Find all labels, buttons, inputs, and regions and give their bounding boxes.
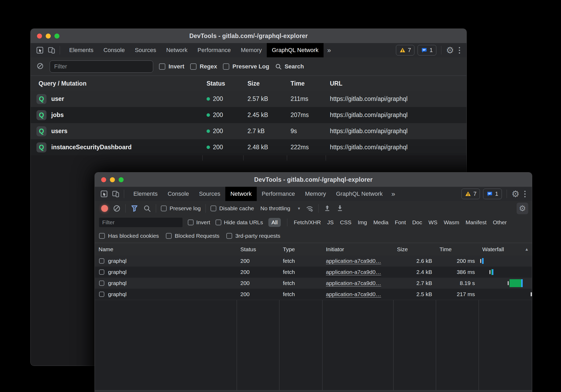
clear-icon[interactable] bbox=[36, 62, 44, 71]
header-type[interactable]: Type bbox=[283, 243, 295, 256]
record-button[interactable] bbox=[101, 205, 108, 212]
row-checkbox[interactable] bbox=[99, 281, 104, 286]
checkbox[interactable] bbox=[166, 233, 172, 239]
header-name[interactable]: Name bbox=[99, 243, 113, 256]
header-query-mutation[interactable]: Query / Mutation bbox=[39, 76, 86, 91]
throttling-dropdown[interactable]: No throttling ▼ bbox=[259, 205, 301, 212]
tab-performance[interactable]: Performance bbox=[193, 43, 236, 57]
tab-network[interactable]: Network bbox=[161, 43, 193, 57]
tab-elements[interactable]: Elements bbox=[64, 43, 99, 57]
checkbox[interactable] bbox=[159, 63, 165, 70]
request-name[interactable]: graphql bbox=[108, 255, 127, 267]
more-tabs-icon[interactable]: » bbox=[324, 43, 335, 57]
checkbox[interactable] bbox=[223, 63, 229, 70]
initiator-link[interactable]: application-a7ca9d0… bbox=[326, 258, 381, 264]
filter-chip-other[interactable]: Other bbox=[493, 219, 507, 226]
tab-graphql-network[interactable]: GraphQL Network bbox=[267, 43, 323, 57]
filter-chip-manifest[interactable]: Manifest bbox=[466, 219, 487, 226]
titlebar[interactable]: DevTools - gitlab.com/-/graphql-explorer bbox=[95, 172, 532, 187]
filter-funnel-icon[interactable] bbox=[130, 204, 138, 212]
filter-chip-ws[interactable]: WS bbox=[428, 219, 437, 226]
invert-checkbox[interactable]: Invert bbox=[188, 219, 210, 226]
row-checkbox[interactable] bbox=[99, 292, 104, 297]
checkbox[interactable] bbox=[188, 220, 194, 225]
tab-elements[interactable]: Elements bbox=[128, 187, 163, 201]
request-name[interactable]: user bbox=[51, 91, 64, 107]
disable-cache-checkbox[interactable]: Disable cache bbox=[211, 205, 254, 212]
blocked-requests-checkbox[interactable]: Blocked Requests bbox=[166, 233, 219, 239]
header-status[interactable]: Status bbox=[240, 243, 256, 256]
header-status[interactable]: Status bbox=[207, 76, 225, 91]
initiator-link[interactable]: application-a7ca9d0… bbox=[326, 291, 381, 297]
checkbox[interactable] bbox=[211, 206, 216, 211]
request-name[interactable]: users bbox=[51, 123, 67, 139]
filter-chip-css[interactable]: CSS bbox=[340, 219, 351, 226]
table-row[interactable]: graphql 200 fetch application-a7ca9d0… 2… bbox=[95, 289, 532, 300]
device-toolbar-icon[interactable] bbox=[46, 45, 57, 55]
table-row[interactable]: Q user 200 2.57 kB 211ms https://gitlab.… bbox=[31, 91, 466, 107]
regex-checkbox[interactable]: Regex bbox=[190, 63, 217, 70]
initiator-link[interactable]: application-a7ca9d0… bbox=[326, 280, 381, 286]
warnings-badge[interactable]: 7 bbox=[461, 189, 480, 199]
minimize-button[interactable] bbox=[46, 34, 51, 39]
network-conditions-icon[interactable] bbox=[306, 204, 314, 212]
filter-chip-js[interactable]: JS bbox=[327, 219, 334, 226]
table-row[interactable]: graphql 200 fetch application-a7ca9d0… 2… bbox=[95, 267, 532, 278]
kebab-menu-icon[interactable] bbox=[523, 191, 527, 197]
inspect-element-icon[interactable] bbox=[99, 189, 109, 199]
has-blocked-cookies-checkbox[interactable]: Has blocked cookies bbox=[99, 233, 159, 239]
settings-gear-icon[interactable]: ⚙ bbox=[446, 46, 454, 55]
row-checkbox[interactable] bbox=[99, 258, 104, 264]
filter-chip-img[interactable]: Img bbox=[358, 219, 367, 226]
hide-data-urls-checkbox[interactable]: Hide data URLs bbox=[216, 219, 263, 226]
import-har-icon[interactable] bbox=[323, 204, 331, 212]
waterfall-bar[interactable] bbox=[479, 267, 532, 278]
table-row[interactable]: Q jobs 200 2.45 kB 207ms https://gitlab.… bbox=[31, 107, 466, 123]
row-checkbox[interactable] bbox=[99, 269, 104, 275]
device-toolbar-icon[interactable] bbox=[111, 189, 121, 199]
network-settings-gear-icon[interactable]: ⚙ bbox=[517, 203, 528, 214]
minimize-button[interactable] bbox=[110, 177, 115, 182]
filter-chip-doc[interactable]: Doc bbox=[412, 219, 422, 226]
header-waterfall[interactable]: Waterfall bbox=[482, 243, 504, 256]
request-name[interactable]: instanceSecurityDashboard bbox=[51, 139, 132, 155]
table-row[interactable]: graphql 200 fetch application-a7ca9d0… 2… bbox=[95, 255, 532, 267]
request-name[interactable]: graphql bbox=[108, 289, 127, 300]
preserve-log-checkbox[interactable]: Preserve Log bbox=[223, 63, 269, 70]
more-tabs-icon[interactable]: » bbox=[388, 187, 399, 201]
inspect-element-icon[interactable] bbox=[35, 45, 45, 55]
close-button[interactable] bbox=[37, 34, 42, 39]
tab-sources[interactable]: Sources bbox=[194, 187, 225, 201]
tab-performance[interactable]: Performance bbox=[257, 187, 300, 201]
initiator-link[interactable]: application-a7ca9d0… bbox=[326, 269, 381, 275]
request-name[interactable]: graphql bbox=[108, 267, 127, 278]
header-url[interactable]: URL bbox=[330, 76, 342, 91]
checkbox[interactable] bbox=[190, 63, 197, 70]
checkbox[interactable] bbox=[226, 233, 232, 239]
table-row[interactable]: graphql 200 fetch application-a7ca9d0… 2… bbox=[95, 278, 532, 289]
close-button[interactable] bbox=[101, 177, 106, 182]
invert-checkbox[interactable]: Invert bbox=[159, 63, 184, 70]
preserve-log-checkbox[interactable]: Preserve log bbox=[161, 205, 201, 212]
header-time[interactable]: Time bbox=[440, 243, 452, 256]
settings-gear-icon[interactable]: ⚙ bbox=[512, 189, 520, 198]
search-icon[interactable] bbox=[143, 204, 151, 212]
tab-console[interactable]: Console bbox=[163, 187, 194, 201]
header-size[interactable]: Size bbox=[397, 243, 408, 256]
header-size[interactable]: Size bbox=[247, 76, 260, 91]
messages-badge[interactable]: 1 bbox=[418, 45, 436, 55]
filter-input[interactable] bbox=[50, 60, 153, 73]
filter-chip-font[interactable]: Font bbox=[395, 219, 406, 226]
tab-sources[interactable]: Sources bbox=[130, 43, 161, 57]
checkbox[interactable] bbox=[99, 233, 105, 239]
request-name[interactable]: graphql bbox=[108, 278, 127, 289]
filter-chip-fetch-xhr[interactable]: Fetch/XHR bbox=[294, 219, 321, 226]
zoom-button[interactable] bbox=[119, 177, 124, 182]
header-initiator[interactable]: Initiator bbox=[326, 243, 344, 256]
filter-input[interactable] bbox=[99, 218, 183, 227]
filter-chip-wasm[interactable]: Wasm bbox=[444, 219, 459, 226]
warnings-badge[interactable]: 7 bbox=[396, 45, 414, 55]
waterfall-bar[interactable] bbox=[479, 289, 532, 300]
messages-badge[interactable]: 1 bbox=[483, 189, 502, 199]
titlebar[interactable]: DevTools - gitlab.com/-/graphql-explorer bbox=[31, 29, 466, 43]
